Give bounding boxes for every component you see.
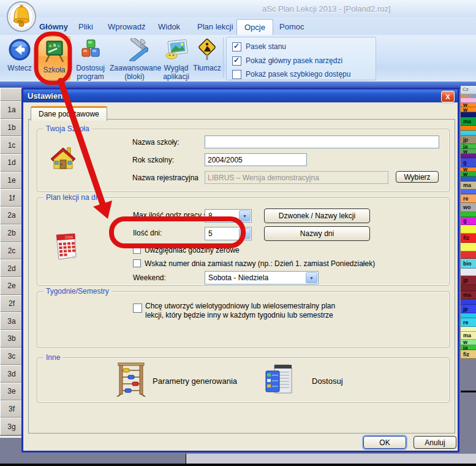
- school-name-input[interactable]: [205, 136, 439, 148]
- row-header[interactable]: 1b: [0, 119, 23, 137]
- row-header[interactable]: 1c: [0, 136, 23, 154]
- customize-program-button[interactable]: Dostosuj program: [72, 36, 109, 79]
- timetable-cell[interactable]: fiz: [461, 234, 476, 243]
- row-header[interactable]: 3c: [0, 348, 23, 365]
- row-header[interactable]: 1f: [0, 189, 23, 207]
- timetable-cell[interactable]: ma: [461, 117, 476, 126]
- timetable-cell[interactable]: ma: [461, 181, 476, 189]
- weekend-combo[interactable]: Sobota - Niedziela ▼: [205, 271, 319, 285]
- cancel-button[interactable]: Anuluj: [414, 436, 456, 449]
- timetable-cell[interactable]: ma: [461, 291, 476, 299]
- timetable-cell[interactable]: [461, 243, 476, 251]
- tab-dane-podstawowe[interactable]: Dane podstawowe: [31, 106, 107, 121]
- timetable-cell[interactable]: [461, 299, 476, 305]
- timetable-cell[interactable]: [461, 154, 476, 158]
- school-button[interactable]: a b c Szkoła: [38, 36, 70, 80]
- timetable-cell[interactable]: [461, 126, 476, 131]
- generation-parameters-label[interactable]: Parametry generowania: [153, 376, 237, 386]
- chevron-down-icon[interactable]: ▼: [239, 210, 251, 221]
- row-header[interactable]: 3d: [0, 365, 23, 383]
- close-icon[interactable]: X: [441, 91, 455, 102]
- back-button[interactable]: Wstecz: [3, 36, 36, 79]
- choose-button[interactable]: Wybierz: [396, 171, 439, 183]
- timetable-cell[interactable]: [461, 313, 476, 318]
- row-header[interactable]: 2a: [0, 207, 23, 224]
- timetable-cell[interactable]: [461, 112, 476, 117]
- translate-button[interactable]: Tłumacz: [192, 36, 222, 79]
- multiweek-checkbox[interactable]: [133, 304, 142, 313]
- row-header[interactable]: 3a: [0, 312, 23, 330]
- app-logo-bell-icon[interactable]: aSc: [7, 1, 36, 32]
- days-count-combo[interactable]: 5 ▼: [205, 227, 252, 240]
- customize-lists-icon[interactable]: [265, 362, 294, 398]
- timetable-cell[interactable]: jp: [461, 276, 476, 285]
- zero-hours-checkbox[interactable]: [133, 246, 141, 254]
- main-toolbar-option[interactable]: Pokaż główny pasek narzędzi: [232, 56, 342, 66]
- bells-lesson-names-button[interactable]: Dzwonek / Nazwy lekcji: [264, 208, 370, 223]
- dialog-titlebar[interactable]: Ustawienia: [23, 90, 458, 102]
- timetable-cell[interactable]: [461, 212, 476, 217]
- timetable-cell[interactable]: bio: [461, 259, 476, 269]
- status-bar-option[interactable]: Pasek stanu: [232, 42, 286, 52]
- timetable-cell[interactable]: wo: [461, 203, 476, 212]
- appearance-label-1: Wygląd: [164, 64, 189, 72]
- tab-pomoc[interactable]: Pomoc: [272, 19, 311, 35]
- timetable-cell[interactable]: [461, 189, 476, 194]
- timetable-cell[interactable]: [461, 177, 476, 181]
- timetable-cell[interactable]: re: [461, 318, 476, 327]
- status-bar-checkbox[interactable]: [232, 42, 241, 52]
- day-number-label: Wskaż numer dnia zamiast nazwy (np.: Dzi…: [145, 259, 375, 269]
- row-header[interactable]: 2f: [0, 295, 23, 313]
- main-toolbar-checkbox[interactable]: [232, 56, 241, 66]
- timetable-cell[interactable]: [461, 131, 476, 136]
- tab-opcje[interactable]: Opcje: [236, 19, 273, 36]
- school-year-input[interactable]: [205, 153, 307, 166]
- customize-other-label[interactable]: Dostosuj: [312, 376, 343, 386]
- abacus-icon[interactable]: [116, 362, 146, 399]
- timetable-cell[interactable]: re: [461, 194, 476, 203]
- appearance-button[interactable]: Wygląd aplikacji: [160, 36, 192, 79]
- ok-button[interactable]: OK: [363, 436, 406, 449]
- chevron-down-icon[interactable]: ▼: [306, 272, 317, 283]
- timetable-cell[interactable]: [461, 327, 476, 332]
- quick-access-option[interactable]: Pokaż pasek szybkiego dostępu: [232, 69, 350, 79]
- timetable-cell[interactable]: [461, 285, 476, 291]
- row-header[interactable]: 3b: [0, 330, 23, 348]
- timetable-cell[interactable]: [461, 225, 476, 234]
- timetable-cell[interactable]: ja: [461, 345, 476, 350]
- timetable-cell[interactable]: w: [461, 149, 476, 154]
- quick-access-checkbox[interactable]: [232, 70, 241, 79]
- timetable-cell[interactable]: fiz: [461, 350, 476, 359]
- row-header[interactable]: 1d: [0, 154, 23, 172]
- tab-pliki[interactable]: Pliki: [71, 19, 100, 35]
- timetable-cell[interactable]: g: [461, 217, 476, 225]
- row-header[interactable]: 2c: [0, 242, 23, 260]
- customize-program-label-2: program: [77, 72, 104, 81]
- timetable-cell[interactable]: w: [461, 107, 476, 112]
- timetable-cell[interactable]: jp: [461, 305, 476, 313]
- row-header[interactable]: 3g: [0, 418, 23, 435]
- timetable-cell[interactable]: [461, 251, 476, 259]
- row-header[interactable]: [0, 88, 23, 101]
- row-header[interactable]: 1a: [0, 101, 23, 119]
- picture-icon: [160, 38, 192, 63]
- row-header[interactable]: 2b: [0, 224, 23, 242]
- day-number-checkbox[interactable]: [133, 259, 141, 267]
- timetable-cell[interactable]: w: [461, 172, 476, 177]
- row-header[interactable]: 3e: [0, 383, 23, 400]
- row-header[interactable]: 3f: [0, 400, 23, 418]
- advanced-blocks-button[interactable]: Zaawansowane (bloki): [110, 36, 159, 79]
- row-header[interactable]: 1e: [0, 172, 23, 189]
- tab-plan-lekcji[interactable]: Plan lekcji: [190, 19, 241, 35]
- tab-glowny[interactable]: Główny: [32, 19, 75, 35]
- tab-wprowadz[interactable]: Wprowadź: [100, 19, 153, 35]
- chevron-down-icon[interactable]: ▼: [239, 228, 251, 239]
- day-column-header[interactable]: Cz: [461, 86, 476, 94]
- row-header[interactable]: 2d: [0, 259, 23, 277]
- registration-name-input: [205, 171, 388, 184]
- row-header[interactable]: 2e: [0, 277, 23, 295]
- timetable-cell[interactable]: [461, 269, 476, 276]
- tab-widok[interactable]: Widok: [151, 19, 187, 35]
- max-hours-combo[interactable]: 8 ▼: [205, 209, 252, 223]
- day-names-button[interactable]: Nazwy dni: [264, 226, 370, 241]
